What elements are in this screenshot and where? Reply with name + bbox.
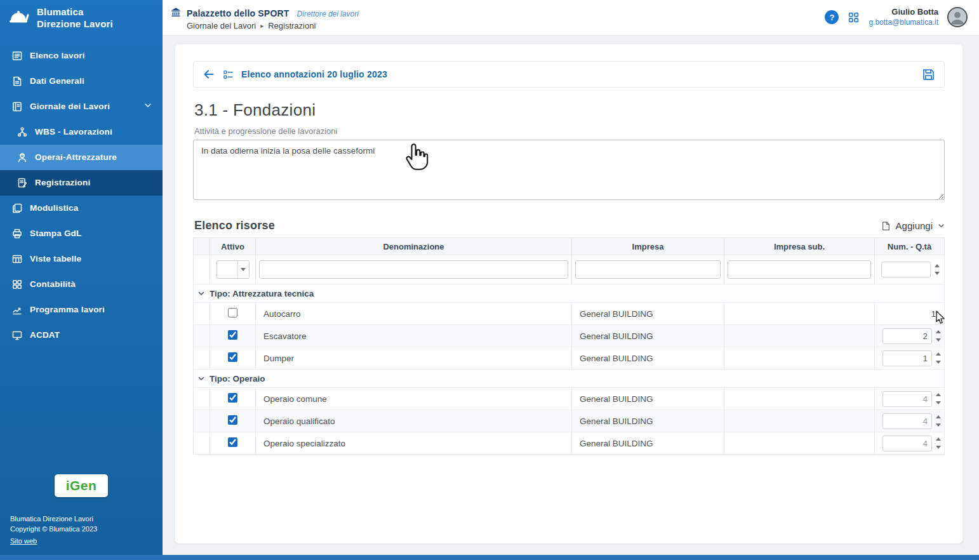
resource-qty-input[interactable] (882, 328, 932, 344)
monitor-icon (11, 330, 23, 341)
row-active-checkbox[interactable] (228, 308, 237, 317)
resource-qty: 1 (875, 309, 942, 319)
document-icon (11, 76, 23, 87)
avatar[interactable] (947, 7, 968, 27)
sidebar: Blumatica Direzione Lavori Elenco lavori… (0, 0, 163, 555)
sidebar-item-elenco-lavori[interactable]: Elenco lavori (0, 43, 163, 69)
project-role: Direttore dei lavori (297, 10, 359, 18)
resource-name: Escavatore (263, 331, 307, 341)
column-header-num-qta[interactable]: Num. - Q.tà (875, 238, 945, 255)
active-filter-select[interactable] (216, 260, 250, 279)
spin-down-button[interactable] (934, 443, 942, 451)
igen-logo: iGen (55, 474, 108, 497)
user-email: g.botta@blumatica.it (869, 18, 938, 28)
sidebar-item-programma-lavori[interactable]: Programma lavori (0, 297, 163, 323)
row-active-checkbox[interactable] (228, 393, 237, 403)
annotation-toolbar: Elenco annotazioni 20 luglio 2023 (193, 61, 945, 88)
sidebar-item-registrazioni[interactable]: Registrazioni (0, 170, 163, 196)
spin-down-button[interactable] (934, 421, 942, 429)
chevron-down-icon[interactable] (237, 261, 249, 278)
table-row: Autocarro General BUILDING 1 (194, 303, 945, 325)
column-header-attivo[interactable]: Attivo (210, 238, 256, 255)
spin-up-button[interactable] (934, 436, 942, 444)
sidebar-item-operai-attrezzature[interactable]: Operai-Attrezzature (0, 145, 163, 170)
sidebar-item-acdat[interactable]: ACDAT (0, 323, 163, 348)
chart-icon (11, 304, 23, 316)
group-row[interactable]: Tipo: Attrezzatura tecnica (194, 284, 945, 303)
sidebar-item-modulistica[interactable]: Modulistica (0, 196, 163, 221)
spin-down-button[interactable] (933, 270, 941, 278)
journal-icon (11, 101, 23, 112)
logo-subtitle: Direzione Lavori (37, 18, 113, 30)
user-info: Giulio Botta g.botta@blumatica.it (869, 7, 938, 27)
row-active-checkbox[interactable] (228, 330, 237, 340)
page-title: 3.1 - Fondazioni (194, 100, 945, 120)
column-header-impresa-sub[interactable]: Impresa sub. (724, 238, 875, 255)
sidebar-item-stampa-gdl[interactable]: Stampa GdL (0, 221, 163, 246)
spin-up-button[interactable] (934, 391, 942, 399)
sidebar-item-label: Programma lavori (30, 305, 105, 314)
sidebar-item-label: Viste tabelle (30, 254, 81, 263)
resource-name: Operaio specializzato (263, 439, 345, 448)
table-row: Dumper General BUILDING (194, 347, 945, 370)
resource-qty-input[interactable] (882, 413, 932, 429)
spin-up-button[interactable] (934, 328, 942, 337)
footer-app-name: Blumatica Direzione Lavori (10, 514, 152, 524)
resources-table: Attivo Denominazione Impresa Impresa sub… (193, 237, 945, 455)
column-header-denominazione[interactable]: Denominazione (256, 238, 572, 255)
annotation-title[interactable]: Elenco annotazioni 20 luglio 2023 (241, 69, 387, 79)
breadcrumb-item[interactable]: Giornale dei Lavori (187, 21, 256, 30)
sidebar-item-label: Stampa GdL (30, 229, 82, 238)
spin-down-button[interactable] (934, 399, 942, 407)
clipboard-pencil-icon (17, 177, 28, 189)
resource-qty-input[interactable] (882, 391, 932, 407)
spin-up-button[interactable] (934, 350, 942, 359)
spin-up-button[interactable] (933, 262, 941, 270)
row-active-checkbox[interactable] (228, 437, 237, 447)
column-header-impresa[interactable]: Impresa (572, 238, 724, 255)
chevron-down-icon (197, 290, 205, 297)
footer-website-link[interactable]: Sito web (10, 536, 37, 547)
resources-title: Elenco risorse (194, 219, 275, 232)
chevron-down-icon (938, 222, 945, 229)
sidebar-item-wbs-lavorazioni[interactable]: WBS - Lavorazioni (0, 119, 163, 145)
spin-up-button[interactable] (934, 413, 942, 422)
denominazione-filter-input[interactable] (259, 260, 568, 279)
printer-icon (11, 228, 23, 239)
new-document-icon (881, 221, 891, 231)
save-button[interactable] (922, 68, 935, 81)
sidebar-item-dati-generali[interactable]: Dati Generali (0, 69, 163, 94)
sidebar-item-label: Registrazioni (35, 178, 90, 187)
resource-name: Autocarro (263, 309, 301, 319)
logo-title: Blumatica (37, 6, 113, 18)
apps-grid-icon[interactable] (848, 11, 860, 23)
row-active-checkbox[interactable] (228, 415, 237, 425)
resource-company: General BUILDING (580, 354, 653, 363)
help-icon[interactable]: ? (825, 10, 839, 24)
group-label: Tipo: Attrezzatura tecnica (210, 289, 314, 298)
impresa-sub-filter-input[interactable] (728, 260, 871, 279)
table-row: Escavatore General BUILDING (194, 325, 945, 347)
top-header: Palazzetto dello SPORT Direttore dei lav… (163, 0, 979, 36)
row-active-checkbox[interactable] (228, 352, 237, 362)
spin-down-button[interactable] (934, 358, 942, 366)
group-row[interactable]: Tipo: Operaio (194, 370, 945, 388)
sidebar-item-giornale-dei-lavori[interactable]: Giornale dei Lavori (0, 94, 163, 119)
back-button[interactable] (203, 68, 215, 81)
footer-copyright: Copyright © Blumatica 2023 (10, 524, 152, 535)
sidebar-footer: iGen Blumatica Direzione Lavori Copyrigh… (0, 474, 163, 556)
resource-qty-input[interactable] (882, 350, 932, 366)
sidebar-item-label: Modulistica (30, 203, 78, 213)
sidebar-item-viste-tabelle[interactable]: Viste tabelle (0, 246, 163, 272)
resource-qty-input[interactable] (882, 436, 932, 451)
spin-down-button[interactable] (934, 336, 942, 344)
sidebar-item-contabilita[interactable]: Contabilità (0, 272, 163, 297)
impresa-filter-input[interactable] (575, 260, 721, 279)
sidebar-item-label: Giornale dei Lavori (30, 102, 110, 111)
add-resource-button[interactable]: Aggiungi (881, 220, 945, 231)
registration-card: Elenco annotazioni 20 luglio 2023 3.1 - … (175, 44, 962, 543)
num-filter-input[interactable] (881, 262, 931, 277)
add-resource-label: Aggiungi (896, 220, 933, 231)
chevron-down-icon[interactable] (143, 101, 152, 112)
activity-textarea[interactable]: In data odierna inizia la posa delle cas… (193, 140, 945, 200)
